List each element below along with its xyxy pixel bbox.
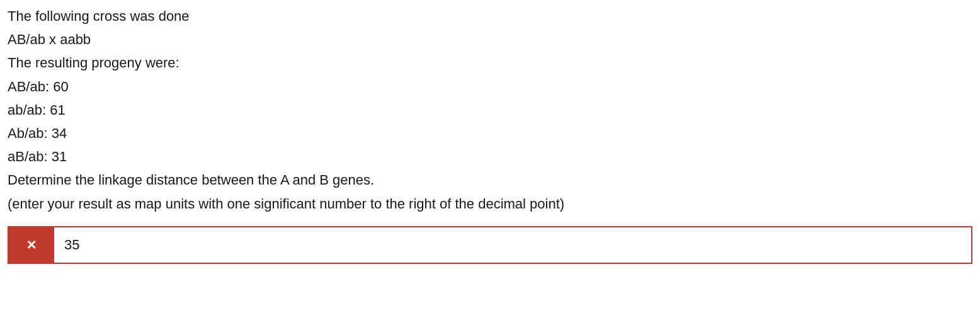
line7: aB/ab: 31 <box>8 145 972 168</box>
line1: The following cross was done <box>8 5 972 27</box>
line5: ab/ab: 61 <box>8 99 972 121</box>
line4: AB/ab: 60 <box>8 76 972 98</box>
line2: AB/ab x aabb <box>8 28 972 50</box>
line3: The resulting progeny were: <box>8 52 972 74</box>
line9: (enter your result as map units with one… <box>8 193 972 215</box>
text-block: The following cross was done AB/ab x aab… <box>8 5 972 215</box>
answer-input[interactable] <box>54 227 971 263</box>
clear-button[interactable]: × <box>9 227 54 263</box>
line6: Ab/ab: 34 <box>8 122 972 144</box>
content-area: The following cross was done AB/ab x aab… <box>8 5 972 264</box>
line8: Determine the linkage distance between t… <box>8 169 972 191</box>
answer-row: × <box>8 226 972 264</box>
x-icon: × <box>26 235 36 254</box>
